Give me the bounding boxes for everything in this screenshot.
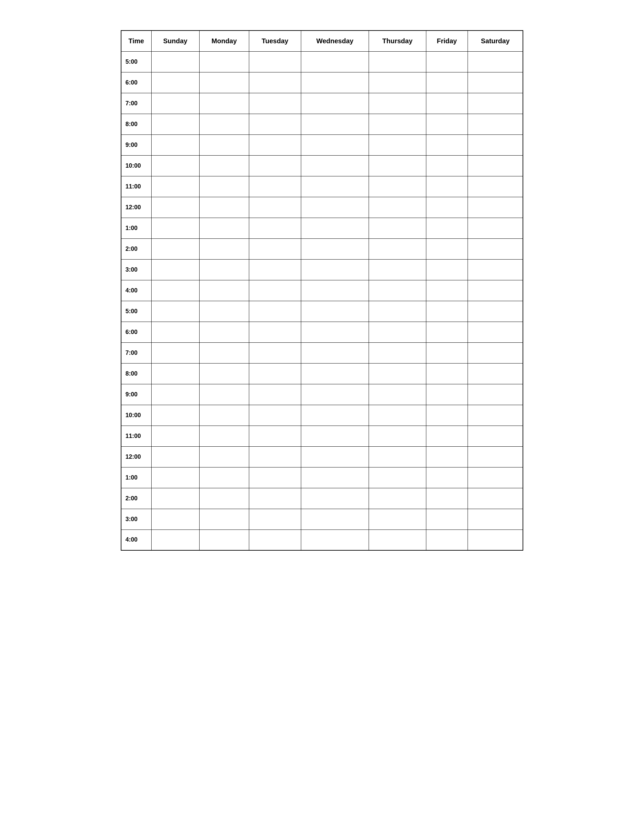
day-cell-9-5 — [426, 238, 468, 259]
day-cell-21-6 — [468, 488, 523, 509]
day-cell-3-2 — [249, 114, 301, 135]
table-row: 5:00 — [121, 301, 523, 322]
day-cell-9-0 — [151, 238, 199, 259]
table-row: 2:00 — [121, 238, 523, 259]
day-cell-5-4 — [369, 155, 426, 176]
time-cell-21: 2:00 — [121, 488, 151, 509]
day-cell-20-1 — [199, 467, 249, 488]
day-cell-7-1 — [199, 197, 249, 218]
day-cell-13-6 — [468, 322, 523, 343]
day-cell-6-6 — [468, 176, 523, 197]
day-cell-17-1 — [199, 405, 249, 426]
day-cell-14-5 — [426, 343, 468, 363]
day-cell-13-4 — [369, 322, 426, 343]
day-cell-3-3 — [301, 114, 369, 135]
day-cell-8-4 — [369, 218, 426, 238]
day-cell-15-2 — [249, 363, 301, 384]
day-cell-2-2 — [249, 93, 301, 114]
day-cell-15-4 — [369, 363, 426, 384]
time-cell-0: 5:00 — [121, 51, 151, 72]
table-row: 11:00 — [121, 176, 523, 197]
time-cell-18: 11:00 — [121, 426, 151, 446]
table-row: 1:00 — [121, 467, 523, 488]
day-cell-15-3 — [301, 363, 369, 384]
day-cell-11-6 — [468, 280, 523, 301]
table-row: 7:00 — [121, 93, 523, 114]
day-cell-8-6 — [468, 218, 523, 238]
day-cell-9-6 — [468, 238, 523, 259]
time-cell-2: 7:00 — [121, 93, 151, 114]
table-row: 6:00 — [121, 322, 523, 343]
time-cell-8: 1:00 — [121, 218, 151, 238]
day-cell-11-1 — [199, 280, 249, 301]
day-cell-7-3 — [301, 197, 369, 218]
day-cell-12-3 — [301, 301, 369, 322]
time-cell-13: 6:00 — [121, 322, 151, 343]
day-cell-16-5 — [426, 384, 468, 405]
table-row: 10:00 — [121, 155, 523, 176]
header-friday: Friday — [426, 31, 468, 51]
day-cell-13-3 — [301, 322, 369, 343]
day-cell-4-0 — [151, 135, 199, 155]
day-cell-15-6 — [468, 363, 523, 384]
day-cell-18-0 — [151, 426, 199, 446]
day-cell-2-1 — [199, 93, 249, 114]
day-cell-20-4 — [369, 467, 426, 488]
day-cell-14-2 — [249, 343, 301, 363]
day-cell-19-0 — [151, 446, 199, 467]
day-cell-22-1 — [199, 509, 249, 529]
header-time: Time — [121, 31, 151, 51]
day-cell-9-4 — [369, 238, 426, 259]
day-cell-2-6 — [468, 93, 523, 114]
day-cell-1-3 — [301, 72, 369, 93]
day-cell-10-1 — [199, 259, 249, 280]
day-cell-8-3 — [301, 218, 369, 238]
day-cell-14-3 — [301, 343, 369, 363]
day-cell-14-0 — [151, 343, 199, 363]
day-cell-0-6 — [468, 51, 523, 72]
table-row: 3:00 — [121, 259, 523, 280]
day-cell-5-0 — [151, 155, 199, 176]
day-cell-20-2 — [249, 467, 301, 488]
table-row: 3:00 — [121, 509, 523, 529]
day-cell-6-2 — [249, 176, 301, 197]
day-cell-17-0 — [151, 405, 199, 426]
table-row: 12:00 — [121, 197, 523, 218]
day-cell-4-1 — [199, 135, 249, 155]
day-cell-1-2 — [249, 72, 301, 93]
day-cell-7-6 — [468, 197, 523, 218]
time-cell-17: 10:00 — [121, 405, 151, 426]
day-cell-10-2 — [249, 259, 301, 280]
table-row: 8:00 — [121, 114, 523, 135]
day-cell-1-1 — [199, 72, 249, 93]
day-cell-11-4 — [369, 280, 426, 301]
day-cell-3-4 — [369, 114, 426, 135]
day-cell-23-4 — [369, 529, 426, 550]
day-cell-5-5 — [426, 155, 468, 176]
day-cell-15-0 — [151, 363, 199, 384]
day-cell-5-6 — [468, 155, 523, 176]
day-cell-0-0 — [151, 51, 199, 72]
day-cell-23-5 — [426, 529, 468, 550]
time-cell-10: 3:00 — [121, 259, 151, 280]
day-cell-19-6 — [468, 446, 523, 467]
day-cell-21-5 — [426, 488, 468, 509]
day-cell-3-5 — [426, 114, 468, 135]
time-cell-4: 9:00 — [121, 135, 151, 155]
time-cell-5: 10:00 — [121, 155, 151, 176]
day-cell-2-4 — [369, 93, 426, 114]
header-monday: Monday — [199, 31, 249, 51]
table-row: 4:00 — [121, 280, 523, 301]
day-cell-6-0 — [151, 176, 199, 197]
day-cell-13-1 — [199, 322, 249, 343]
day-cell-7-2 — [249, 197, 301, 218]
day-cell-2-0 — [151, 93, 199, 114]
schedule-table: TimeSundayMondayTuesdayWednesdayThursday… — [121, 30, 523, 551]
day-cell-4-5 — [426, 135, 468, 155]
time-cell-16: 9:00 — [121, 384, 151, 405]
day-cell-11-0 — [151, 280, 199, 301]
day-cell-20-6 — [468, 467, 523, 488]
table-row: 5:00 — [121, 51, 523, 72]
day-cell-1-5 — [426, 72, 468, 93]
time-cell-19: 12:00 — [121, 446, 151, 467]
